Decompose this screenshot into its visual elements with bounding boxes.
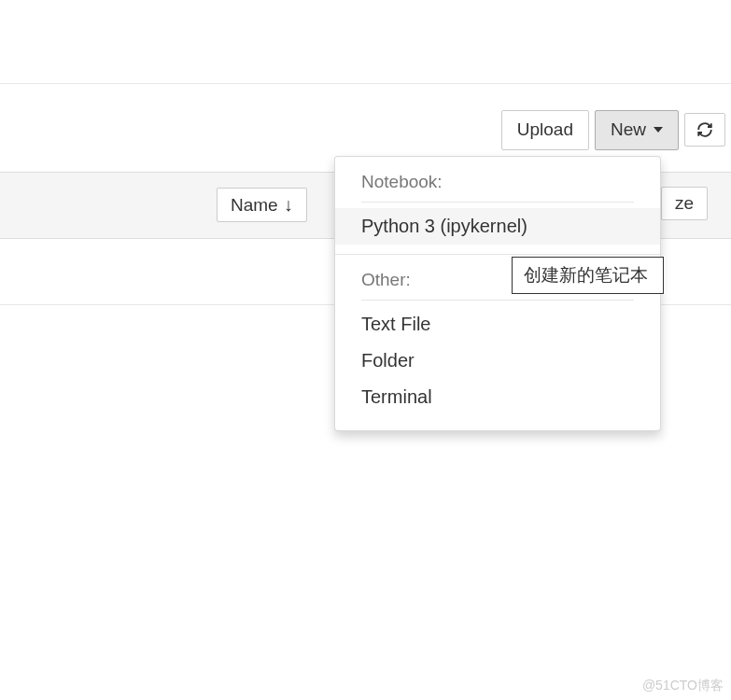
- upload-label: Upload: [517, 119, 573, 142]
- watermark: @51CTO博客: [642, 678, 724, 694]
- file-size-label: ze: [675, 193, 694, 213]
- dropdown-header-notebook: Notebook:: [335, 166, 660, 198]
- header-divider: [0, 83, 731, 84]
- upload-button[interactable]: Upload: [501, 110, 589, 150]
- dropdown-item-python3[interactable]: Python 3 (ipykernel): [335, 208, 660, 245]
- refresh-icon: [696, 121, 713, 138]
- sort-name-label: Name: [231, 195, 278, 216]
- dropdown-item-terminal[interactable]: Terminal: [335, 379, 660, 415]
- dropdown-separator: [335, 254, 660, 255]
- tooltip: 创建新的笔记本: [512, 257, 664, 294]
- tooltip-text: 创建新的笔记本: [524, 265, 648, 285]
- arrow-down-icon: ↓: [284, 194, 293, 216]
- refresh-button[interactable]: [684, 113, 725, 147]
- dropdown-item-folder[interactable]: Folder: [335, 343, 660, 379]
- dropdown-item-label: Folder: [361, 350, 415, 371]
- new-dropdown-button[interactable]: New: [595, 110, 679, 150]
- dropdown-divider: [361, 300, 634, 301]
- dropdown-divider: [361, 202, 634, 203]
- dropdown-item-label: Text File: [361, 314, 430, 334]
- new-label: New: [611, 119, 646, 142]
- dropdown-item-textfile[interactable]: Text File: [335, 306, 660, 343]
- caret-down-icon: [654, 127, 663, 133]
- file-size-header-button[interactable]: ze: [661, 187, 708, 220]
- sort-name-button[interactable]: Name ↓: [217, 188, 307, 222]
- toolbar: Upload New: [501, 110, 725, 150]
- dropdown-item-label: Python 3 (ipykernel): [361, 216, 527, 236]
- dropdown-item-label: Terminal: [361, 386, 432, 407]
